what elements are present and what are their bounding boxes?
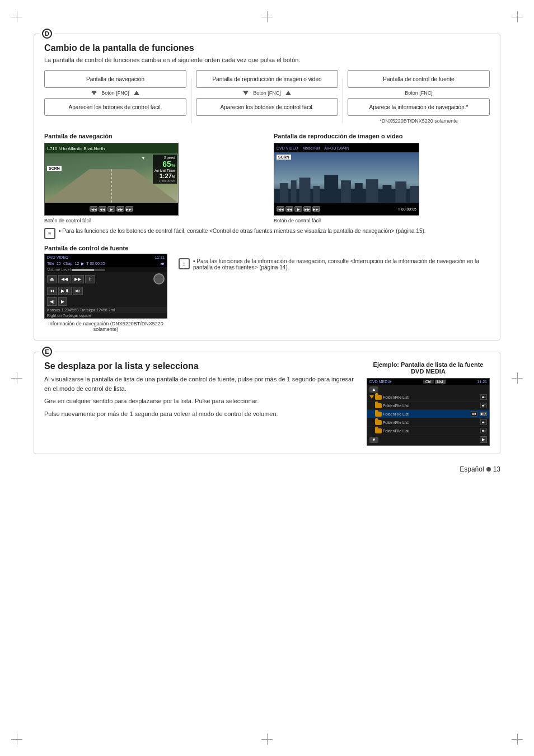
flow-sep-1 bbox=[186, 70, 196, 123]
dvd-knob[interactable] bbox=[153, 273, 165, 284]
folder-icon-5 bbox=[375, 428, 382, 433]
flow-result-1: Aparecen los botones de control fácil. bbox=[44, 98, 186, 116]
dvd-media-right-icon[interactable]: ▶ bbox=[480, 436, 487, 443]
video-screen-block: Pantalla de reproducción de imagen o vid… bbox=[274, 133, 490, 223]
flow-col-3: Pantalla de control de fuente Botón [FNC… bbox=[348, 70, 490, 124]
video-top-bar: DVD VIDEO Mode:Full AV-OUT:AV-IN bbox=[274, 143, 419, 152]
page-footer: Español 13 bbox=[34, 465, 500, 473]
video-skyline-svg bbox=[274, 175, 419, 203]
skip-btn-4[interactable]: ⏭ bbox=[480, 419, 487, 425]
nav-ctrl-1[interactable]: |◀◀ bbox=[90, 206, 97, 212]
source-screen-block: Pantalla de control de fuente DVD VIDEO … bbox=[44, 245, 167, 332]
dvd-media-row-1[interactable]: Folder/File List ⏭ bbox=[367, 393, 489, 402]
section-e-left: Se desplaza por la lista y selecciona Al… bbox=[44, 361, 355, 446]
section-d-subtitle: La pantalla de control de funciones camb… bbox=[44, 57, 490, 63]
dvd-prev-btn[interactable]: ◀◀ bbox=[58, 275, 71, 283]
flow-box-2: Pantalla de reproducción de imagen o vid… bbox=[196, 70, 338, 88]
dvd-nav-info-bar: Kansas 1 2345:59 Trafalgar 12456.7ml bbox=[45, 307, 167, 313]
section-e-label: E bbox=[40, 347, 54, 357]
skip-btn-2[interactable]: ⏭ bbox=[480, 403, 487, 408]
note-row-1: ≡ • Para las funciones de los botones de… bbox=[44, 228, 490, 239]
page-container: D Cambio de la pantalla de funciones La … bbox=[0, 0, 534, 756]
dvd-media-row-5[interactable]: Folder/File List ⏭ bbox=[367, 427, 489, 435]
note-icon-1: ≡ bbox=[44, 228, 55, 239]
dvd-play-btn[interactable]: ▶⏸ bbox=[58, 287, 72, 295]
dvd-ff-btn[interactable]: ▶▶ bbox=[72, 275, 84, 283]
dvd-frame-btn[interactable]: ▶ bbox=[58, 297, 67, 306]
file-text-1: Folder/File List bbox=[383, 395, 479, 399]
dvd-skipb-btn[interactable]: ⏮ bbox=[47, 287, 57, 295]
sub-images-wrapper: Pantalla de navegación I-710 N to Atlant… bbox=[44, 133, 490, 223]
flow-sep-2 bbox=[338, 70, 348, 123]
nav-up-btn[interactable]: ▲ bbox=[369, 386, 378, 393]
nav-ctrl-label: Botón de control fácil bbox=[44, 218, 260, 223]
triangle-up-2 bbox=[285, 91, 291, 95]
fnc-label-1: Botón [FNC] bbox=[101, 90, 129, 96]
fnc-label-3: Botón [FNC] bbox=[405, 90, 433, 96]
nav-controls: |◀◀ ◀◀ ▶ ▶▶ ▶▶| bbox=[45, 203, 178, 215]
flow-arrow-3: Botón [FNC] bbox=[405, 90, 433, 96]
separator-line-2 bbox=[343, 78, 343, 123]
section-e-circle: E bbox=[42, 347, 52, 357]
folder-arrow-1 bbox=[369, 395, 374, 399]
skip-btn-3[interactable]: ⏭ bbox=[471, 411, 477, 417]
video-bottom-bar: |◀◀ ◀◀ ▶ ▶▶ ▶▶| T 00:00:05 bbox=[274, 203, 419, 215]
nav-ctrl-2[interactable]: ◀◀ bbox=[99, 206, 106, 212]
section-d-circle: D bbox=[42, 29, 52, 39]
svg-rect-11 bbox=[383, 185, 392, 203]
nav-speed-display: Speed 65% Arrival Time 1:27% P 00:00:05 bbox=[153, 155, 177, 184]
skip-btn-1[interactable]: ⏭ bbox=[480, 394, 487, 400]
dvd-media-row-3[interactable]: Folder/File List ⏭ ■ P bbox=[367, 410, 489, 418]
dvd-slow-btn[interactable]: ◀| bbox=[47, 297, 57, 306]
tab-ctrl[interactable]: Ctrl bbox=[423, 380, 434, 384]
tab-list[interactable]: List bbox=[435, 380, 446, 384]
video-ctrl-4[interactable]: ▶▶ bbox=[303, 206, 311, 212]
nav-ctrl-5[interactable]: ▶▶| bbox=[125, 206, 133, 212]
note-row-2: ≡ • Para las funciones de la información… bbox=[179, 258, 490, 270]
section-d-box: D Cambio de la pantalla de funciones La … bbox=[34, 34, 500, 340]
dvd-media-screen: DVD MEDIA Ctrl List 11:21 ▲ bbox=[367, 378, 490, 446]
flow-result-2: Aparecen los botones de control fácil. bbox=[196, 98, 338, 116]
dvd-media-label: DVD MEDIA bbox=[369, 380, 391, 384]
file-text-4: Folder/File List bbox=[383, 421, 479, 424]
dvd-skipf-btn[interactable]: ⏭ bbox=[73, 287, 83, 295]
dvd-media-row-2[interactable]: Folder/File List ⏭ bbox=[367, 402, 489, 410]
dvd-play-icon: ▶ bbox=[81, 262, 84, 266]
nav-ctrl-4[interactable]: ▶▶ bbox=[116, 206, 124, 212]
svg-rect-10 bbox=[366, 179, 378, 203]
flow-box-1: Pantalla de navegación bbox=[44, 70, 186, 88]
video-label-dvd: DVD VIDEO bbox=[277, 146, 298, 150]
skip-btn-5[interactable]: ⏭ bbox=[480, 428, 487, 433]
dvd-chap-label: Chap bbox=[63, 262, 73, 266]
dvd-media-clock: 11:21 bbox=[477, 380, 487, 384]
source-section: Pantalla de control de fuente DVD VIDEO … bbox=[44, 245, 490, 332]
video-ctrl-5[interactable]: ▶▶| bbox=[312, 206, 320, 212]
page-number: 13 bbox=[493, 465, 500, 473]
section-e-text-2: Gire en cualquier sentido para desplazar… bbox=[44, 396, 355, 406]
dvd-pause-btn[interactable]: ⏸ bbox=[85, 275, 95, 283]
nav-ctrl-3[interactable]: ▶ bbox=[107, 206, 115, 212]
video-ctrl-3[interactable]: ▶ bbox=[294, 206, 302, 212]
file-text-2: Folder/File List bbox=[383, 404, 479, 408]
video-screen-label: Pantalla de reproducción de imagen o vid… bbox=[274, 133, 490, 139]
dvd-eject-btn[interactable]: ⏏ bbox=[47, 275, 57, 283]
nav-down-btn[interactable]: ▼ bbox=[369, 437, 378, 443]
note-text-2: • Para las funciones de la información d… bbox=[193, 258, 490, 270]
separator-line-1 bbox=[191, 78, 191, 123]
dvd-time-display: T 00:00:05 bbox=[86, 262, 105, 266]
video-ctrl-1[interactable]: |◀◀ bbox=[277, 206, 284, 212]
dvd-media-row-4[interactable]: Folder/File List ⏭ bbox=[367, 418, 489, 427]
dvd-source-screen: DVD VIDEO 11:21 Title 25 Chap 12 ▶ T 00:… bbox=[44, 254, 167, 319]
nav-bar-loc1: Kansas bbox=[47, 308, 60, 312]
dvd-title-num: 25 bbox=[57, 262, 61, 266]
triangle-up-1 bbox=[134, 91, 139, 95]
dvd-top-bar: DVD VIDEO 11:21 bbox=[45, 254, 167, 260]
nav-screen-block: Pantalla de navegación I-710 N to Atlant… bbox=[44, 133, 260, 223]
note-2-block: ≡ • Para las funciones de la información… bbox=[179, 245, 490, 332]
video-ctrl-2[interactable]: ◀◀ bbox=[285, 206, 293, 212]
section-e-box: E Se desplaza por la lista y selecciona … bbox=[34, 352, 500, 454]
page-dot bbox=[486, 467, 491, 472]
dvd-volume-bar: Volume Level bbox=[45, 267, 167, 272]
dnx-note: *DNX5220BT/DNX5220 solamente bbox=[380, 118, 458, 124]
section-e-content: Se desplaza por la lista y selecciona Al… bbox=[44, 361, 490, 446]
